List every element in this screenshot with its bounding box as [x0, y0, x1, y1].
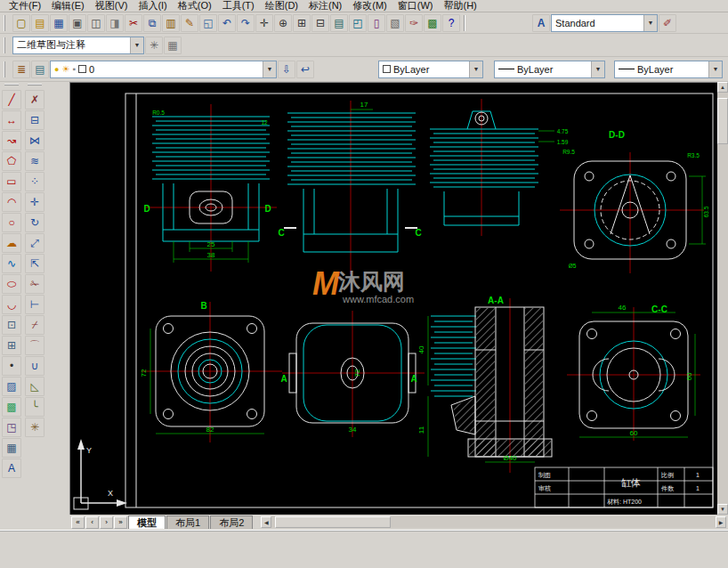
- ellipse-arc-button[interactable]: ◡: [2, 295, 21, 314]
- tab-layout2[interactable]: 布局2: [210, 515, 253, 529]
- polyline-button[interactable]: ↝: [2, 131, 21, 150]
- layer-color-swatch[interactable]: [78, 65, 86, 73]
- menu-modify[interactable]: 修改(M): [347, 0, 392, 12]
- stretch-button[interactable]: ⇱: [25, 254, 44, 273]
- menu-dimension[interactable]: 标注(N): [303, 0, 347, 12]
- text-style-button[interactable]: A: [532, 14, 550, 32]
- revision-cloud-button[interactable]: ☁: [2, 233, 21, 253]
- layer-combo[interactable]: ● ☀ ▪ 0 ▼: [50, 61, 277, 78]
- sun-icon[interactable]: ☀: [61, 64, 69, 74]
- trim-button[interactable]: ✁: [25, 274, 44, 294]
- tool-palettes-button[interactable]: ▯: [368, 14, 385, 32]
- table-button[interactable]: ▦: [2, 438, 21, 458]
- insert-block-button[interactable]: ⊡: [2, 315, 21, 335]
- explode-button[interactable]: ✳: [25, 418, 44, 437]
- menu-edit[interactable]: 编辑(E): [46, 0, 90, 12]
- menu-view[interactable]: 视图(V): [90, 0, 133, 12]
- copy-object-button[interactable]: ⊟: [25, 110, 44, 130]
- scroll-up-button[interactable]: ▲: [717, 82, 728, 93]
- toolbar-grip[interactable]: [4, 61, 8, 77]
- zoom-window-button[interactable]: ⊞: [293, 14, 311, 32]
- scrollbar-thumb[interactable]: [275, 516, 391, 528]
- offset-button[interactable]: ≋: [25, 151, 44, 171]
- menu-draw[interactable]: 绘图(D): [260, 0, 303, 12]
- bulb-icon[interactable]: ●: [54, 65, 59, 74]
- rotate-button[interactable]: ↻: [25, 213, 44, 232]
- rectangle-button[interactable]: ▭: [2, 172, 21, 191]
- chevron-down-icon[interactable]: ▼: [130, 37, 143, 53]
- first-tab-button[interactable]: «: [71, 516, 85, 529]
- style-combo[interactable]: Standard ▼: [551, 14, 658, 32]
- toolbar-grip[interactable]: [4, 15, 8, 31]
- help-button[interactable]: ?: [442, 14, 460, 32]
- break-button[interactable]: ⌒: [25, 336, 44, 355]
- plot-preview-button[interactable]: ◫: [87, 14, 105, 32]
- properties-button[interactable]: ▤: [330, 14, 348, 32]
- chevron-down-icon[interactable]: ▼: [263, 61, 276, 77]
- color-combo[interactable]: ByLayer ▼: [378, 61, 483, 78]
- workspace-settings-button[interactable]: ✳: [145, 37, 163, 54]
- break-at-point-button[interactable]: ⌿: [25, 315, 44, 335]
- scale-button[interactable]: ⤢: [25, 233, 44, 253]
- menu-file[interactable]: 文件(F): [4, 0, 46, 12]
- gradient-button[interactable]: ▩: [2, 397, 21, 417]
- markup-button[interactable]: ✑: [405, 14, 423, 32]
- paste-button[interactable]: ▥: [162, 14, 180, 32]
- model-space-canvas[interactable]: 25 38 R0.5 12 17 4.75 1.59 R9.5 R3.5 63.…: [69, 82, 717, 515]
- prev-tab-button[interactable]: ‹: [85, 516, 99, 529]
- dim-style-button[interactable]: ✐: [659, 14, 676, 32]
- polygon-button[interactable]: ⬠: [2, 151, 21, 171]
- scrollbar-track[interactable]: [271, 516, 716, 528]
- new-button[interactable]: ▢: [12, 14, 30, 32]
- zoom-previous-button[interactable]: ⊟: [311, 14, 329, 32]
- menu-window[interactable]: 窗口(W): [392, 0, 439, 12]
- make-layer-current-button[interactable]: ⇩: [278, 61, 295, 78]
- toolbar-grip[interactable]: [4, 37, 8, 53]
- lineweight-combo[interactable]: ByLayer ▼: [614, 61, 723, 78]
- scroll-left-button[interactable]: ◀: [261, 516, 271, 528]
- ellipse-button[interactable]: ⬭: [2, 274, 21, 294]
- point-button[interactable]: •: [2, 356, 21, 376]
- plot-button[interactable]: ▣: [69, 14, 86, 32]
- hatch-button[interactable]: ▨: [2, 377, 21, 396]
- scroll-right-button[interactable]: ▶: [716, 516, 726, 528]
- menu-format[interactable]: 格式(O): [173, 0, 217, 12]
- arc-button[interactable]: ◠: [2, 192, 21, 212]
- chevron-down-icon[interactable]: ▼: [643, 15, 657, 31]
- undo-button[interactable]: ↶: [218, 14, 236, 32]
- tab-model[interactable]: 模型: [128, 515, 166, 529]
- publish-button[interactable]: ◨: [106, 14, 124, 32]
- chevron-down-icon[interactable]: ▼: [591, 61, 604, 77]
- extend-button[interactable]: ⊢: [25, 295, 44, 314]
- menu-tools[interactable]: 工具(T): [217, 0, 260, 12]
- cut-button[interactable]: ✂: [125, 14, 142, 32]
- command-window[interactable]: [0, 530, 728, 568]
- copy-button[interactable]: ⧉: [143, 14, 161, 32]
- match-properties-button[interactable]: ✎: [181, 14, 198, 32]
- zoom-realtime-button[interactable]: ⊕: [274, 14, 292, 32]
- horizontal-scrollbar[interactable]: ◀ ▶: [261, 516, 726, 528]
- designcenter-button[interactable]: ◰: [349, 14, 367, 32]
- workspace-combo[interactable]: 二维草图与注释 ▼: [12, 37, 144, 54]
- region-button[interactable]: ◳: [2, 418, 21, 437]
- pan-button[interactable]: ✛: [255, 14, 273, 32]
- menu-insert[interactable]: 插入(I): [133, 0, 172, 12]
- chevron-down-icon[interactable]: ▼: [469, 61, 482, 77]
- last-tab-button[interactable]: »: [114, 516, 127, 529]
- mirror-button[interactable]: ⋈: [25, 131, 44, 150]
- vertical-scrollbar[interactable]: ▲ ▼: [717, 82, 728, 515]
- join-button[interactable]: ∪: [25, 356, 44, 376]
- sheet-set-button[interactable]: ▧: [386, 14, 404, 32]
- chamfer-button[interactable]: ◺: [25, 377, 44, 396]
- circle-button[interactable]: ○: [2, 213, 21, 232]
- move-button[interactable]: ✛: [25, 192, 44, 212]
- scroll-down-button[interactable]: ▼: [717, 504, 728, 515]
- layer-states-button[interactable]: ▤: [31, 61, 49, 78]
- chevron-down-icon[interactable]: ▼: [708, 61, 722, 77]
- tab-layout1[interactable]: 布局1: [166, 515, 209, 529]
- save-workspace-button[interactable]: ▦: [164, 37, 182, 54]
- block-editor-button[interactable]: ◱: [199, 14, 217, 32]
- spline-button[interactable]: ∿: [2, 254, 21, 273]
- quickcalc-button[interactable]: ▩: [424, 14, 441, 32]
- scrollbar-track[interactable]: [717, 93, 728, 504]
